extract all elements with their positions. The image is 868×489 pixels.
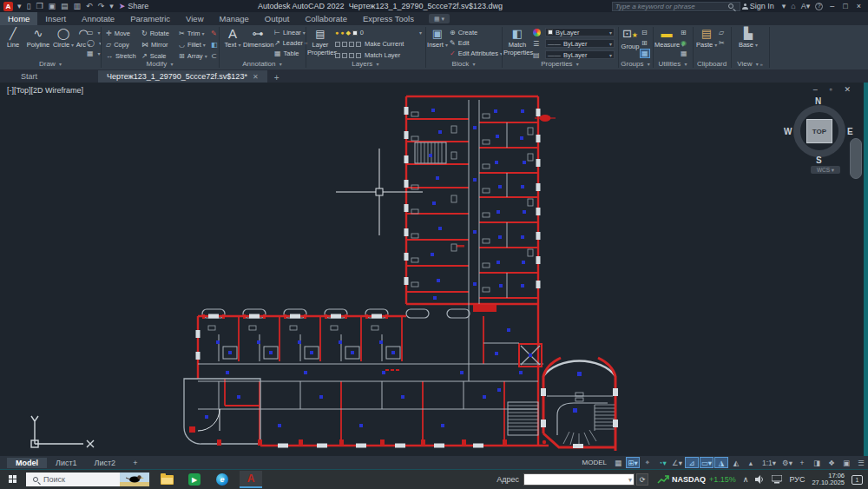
autocad-taskbar-icon[interactable]: A	[240, 471, 262, 488]
move-button[interactable]: ✛Move	[106, 29, 130, 38]
rotate-button[interactable]: ↻Rotate	[141, 29, 169, 38]
utilities-panel-label[interactable]: Utilities ▾	[653, 60, 693, 69]
compass-south[interactable]: S	[816, 155, 822, 165]
customization-menu-icon[interactable]: ☰	[854, 457, 868, 468]
model-space-label[interactable]: MODEL	[582, 459, 607, 466]
close-button[interactable]: ×	[857, 2, 861, 10]
stock-ticker[interactable]: NASDAQ +1.15%	[657, 474, 736, 485]
layers-panel-label[interactable]: Layers ▾	[306, 60, 425, 69]
view-panel-label[interactable]: View ▾ »	[731, 60, 769, 69]
annotation-scale-value[interactable]: 1:1▾	[759, 457, 779, 468]
groups-panel-label[interactable]: Groups ▾	[618, 60, 653, 69]
object-snap-toggle[interactable]: ▭▾	[700, 457, 713, 468]
language-indicator[interactable]: РУС	[789, 475, 805, 484]
group-select-toggle[interactable]: ▦	[640, 49, 653, 58]
file-explorer-icon[interactable]	[156, 472, 177, 487]
qat-customize-icon[interactable]: ▾	[109, 0, 114, 12]
ribbon-extra-button[interactable]: ▦ ▾	[429, 14, 450, 23]
close-tab-icon[interactable]: ✕	[253, 73, 259, 81]
tab-insert[interactable]: Insert	[37, 12, 74, 25]
quick-select-button[interactable]: ▦	[681, 49, 690, 58]
id-point-button[interactable]: ◉	[681, 38, 689, 48]
compass-west[interactable]: W	[784, 127, 792, 136]
wcs-dropdown[interactable]: WCS ▾	[811, 166, 840, 174]
sign-in-label[interactable]: Sign In	[750, 2, 774, 10]
annotation-visibility-toggle[interactable]: ◮	[714, 457, 728, 468]
copy-button[interactable]: ▱Copy	[106, 40, 129, 50]
grid-toggle[interactable]: ▦	[611, 457, 625, 468]
leader-button[interactable]: ↗Leader▾	[274, 38, 307, 48]
ungroup-button[interactable]: ⊟	[641, 28, 650, 37]
tab-annotate[interactable]: Annotate	[74, 12, 122, 25]
compass-east[interactable]: E	[847, 127, 853, 136]
new-drawing-tab-button[interactable]: +	[271, 72, 283, 83]
tab-collaborate[interactable]: Collaborate	[297, 12, 355, 25]
layer-dropdown[interactable]: ●●◆ 0 ▾	[335, 28, 422, 37]
speaker-icon[interactable]	[755, 475, 765, 484]
ellipse-button[interactable]: ◯▾	[87, 38, 102, 48]
autoscale-toggle[interactable]: ◭	[729, 457, 743, 468]
match-layer-button[interactable]: Match Layer	[335, 50, 400, 60]
copy-clip-button[interactable]: ▱	[719, 28, 727, 37]
edge-icon[interactable]: e	[212, 472, 233, 487]
network-icon[interactable]	[772, 475, 782, 484]
object-snap-tracking-toggle[interactable]: ⊿	[685, 457, 699, 468]
a360-dropdown-icon[interactable]: ▾	[782, 0, 786, 12]
rectangle-button[interactable]: ▭▾	[87, 28, 101, 37]
minimize-button[interactable]: –	[830, 2, 834, 10]
properties-panel-label[interactable]: Properties ▾	[502, 60, 618, 69]
block-panel-label[interactable]: Block ▾	[425, 60, 502, 69]
app-logo-icon[interactable]: A	[3, 2, 13, 11]
logo-dropdown-icon[interactable]: ▾	[17, 0, 22, 12]
polyline-button[interactable]: ∿Polyline	[24, 27, 52, 49]
edit-block-button[interactable]: ✎Edit	[450, 38, 470, 48]
create-block-button[interactable]: ⊕Create	[450, 28, 477, 37]
text-button[interactable]: AText▾	[222, 27, 243, 50]
circle-button[interactable]: ◯Circle▾	[52, 27, 75, 50]
drawing-tab[interactable]: Чертеж123_1_29790_5ccce72f.sv$123*✕	[98, 70, 267, 83]
help-search-input[interactable]: Type a keyword or phrase	[612, 2, 740, 11]
sign-in-icon[interactable]	[742, 3, 748, 10]
model-tab[interactable]: Model	[7, 458, 47, 468]
start-button[interactable]	[0, 470, 26, 489]
tab-parametric[interactable]: Parametric	[122, 12, 178, 25]
layout2-tab[interactable]: Лист2	[86, 458, 125, 468]
taskbar-search-input[interactable]: Поиск	[26, 472, 149, 486]
restore-button[interactable]: □	[843, 2, 847, 10]
dimension-button[interactable]: ⊶Dimension	[243, 27, 273, 49]
search-icon[interactable]	[728, 3, 733, 9]
address-go-button[interactable]: ⟳	[636, 473, 648, 486]
help-icon[interactable]: ?	[815, 3, 823, 10]
make-current-button[interactable]: Make Current	[335, 39, 404, 49]
tab-output[interactable]: Output	[257, 12, 298, 25]
table-button[interactable]: ▦Table	[274, 49, 299, 58]
undo-icon[interactable]: ↶	[86, 0, 93, 12]
annotation-scale-icon[interactable]: ▴	[744, 457, 758, 468]
compass-north[interactable]: N	[815, 96, 821, 106]
modify-panel-label[interactable]: Modify ▾	[101, 60, 219, 69]
quick-calc-button[interactable]: ⊞	[681, 28, 689, 37]
fillet-button[interactable]: ◡Fillet▾	[179, 40, 206, 50]
tab-view[interactable]: View	[178, 12, 211, 25]
object-color-dropdown[interactable]: ByLayer▾	[545, 28, 615, 36]
quick-properties-icon[interactable]: ❖	[825, 457, 838, 468]
workspace-gear-icon[interactable]: ⚙▾	[780, 457, 794, 468]
cut-clip-button[interactable]: ✂	[719, 38, 727, 48]
saveas-icon[interactable]: ▤	[61, 0, 69, 12]
layout1-tab[interactable]: Лист1	[47, 458, 86, 468]
layer-properties-button[interactable]: ▤LayerProperties	[307, 27, 333, 56]
trim-button[interactable]: ✂Trim▾	[179, 29, 204, 38]
add-status-icon[interactable]: +	[795, 457, 809, 468]
paste-button[interactable]: ▤Paste▾	[696, 27, 717, 50]
measure-button[interactable]: ▬Measure▾	[654, 27, 679, 50]
cart-icon[interactable]: ⌂	[791, 0, 795, 12]
edit-attributes-button[interactable]: ✓Edit Attributes▾	[450, 49, 503, 58]
group-button[interactable]: ⊡★Group	[619, 27, 641, 50]
dynamic-input-toggle[interactable]: ⌖	[641, 457, 654, 468]
line-button[interactable]: ╱Line	[2, 27, 24, 49]
tab-manage[interactable]: Manage	[212, 12, 257, 25]
linear-button[interactable]: ⊢Linear▾	[274, 28, 306, 37]
mirror-button[interactable]: ⋈Mirror	[141, 40, 168, 50]
clock[interactable]: 17:06 27.10.2025	[812, 472, 845, 487]
start-tab[interactable]: Start	[12, 70, 46, 83]
